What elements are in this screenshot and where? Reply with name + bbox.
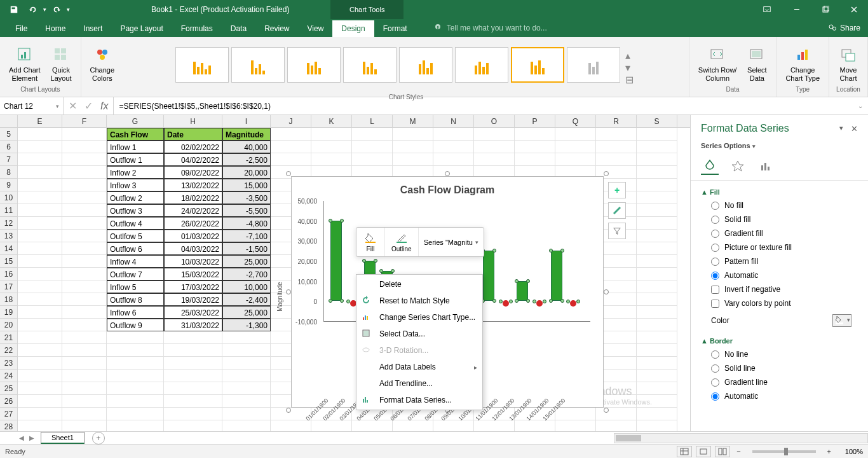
zoom-level[interactable]: 100% [837, 448, 863, 455]
cell-M6[interactable] [393, 141, 433, 153]
cell-E7[interactable] [18, 153, 62, 166]
select-data-button[interactable]: Select Data [743, 43, 771, 84]
cell-I18[interactable]: -2,400 [222, 293, 271, 306]
cell-E6[interactable] [18, 141, 62, 153]
formula-expand-icon[interactable]: ⌄ [853, 102, 868, 109]
undo-icon[interactable] [24, 2, 42, 17]
cell-E17[interactable] [18, 280, 62, 293]
gradient-line-radio[interactable] [711, 378, 719, 387]
cell-O28[interactable] [474, 420, 515, 431]
cell-N6[interactable] [433, 141, 474, 153]
chart-elements-button[interactable]: + [608, 182, 626, 198]
bar-13[interactable] [551, 251, 562, 301]
tab-design[interactable]: Design [332, 20, 374, 37]
row-header-15[interactable]: 15 [0, 255, 17, 268]
cell-J7[interactable] [271, 153, 311, 166]
cell-I11[interactable]: -5,500 [222, 204, 271, 217]
chart-style-4[interactable] [343, 47, 397, 83]
share-button[interactable]: Share [820, 19, 868, 37]
cell-I13[interactable]: -7,100 [222, 230, 271, 242]
cell-E26[interactable] [18, 395, 62, 408]
invert-negative-checkbox[interactable] [711, 286, 719, 294]
outline-button[interactable]: Outline [385, 228, 419, 256]
row-header-17[interactable]: 17 [0, 280, 17, 293]
cell-E22[interactable] [18, 344, 62, 357]
cell-P7[interactable] [515, 153, 555, 166]
cell-S21[interactable] [637, 331, 677, 344]
row-headers[interactable]: 5678910111213141516171819202122232425262… [0, 128, 18, 431]
row-header-24[interactable]: 24 [0, 370, 17, 382]
cell-E23[interactable] [18, 357, 62, 370]
cell-P28[interactable] [515, 420, 555, 431]
row-header-12[interactable]: 12 [0, 217, 17, 230]
cell-J28[interactable] [271, 420, 311, 431]
cell-I22[interactable] [222, 344, 271, 357]
cell-Q6[interactable] [555, 141, 596, 153]
gallery-up-arrow[interactable]: ▴ [625, 50, 634, 62]
cell-F18[interactable] [62, 293, 107, 306]
cell-S9[interactable] [637, 179, 677, 191]
cell-E5[interactable] [18, 128, 62, 141]
border-section-toggle[interactable]: ▲ Border [701, 335, 858, 347]
row-header-27[interactable]: 27 [0, 408, 17, 420]
cell-L28[interactable] [352, 420, 393, 431]
cell-F12[interactable] [62, 217, 107, 230]
cell-F15[interactable] [62, 255, 107, 268]
cell-S26[interactable] [637, 395, 677, 408]
cell-S27[interactable] [637, 408, 677, 420]
cell-O5[interactable] [474, 128, 515, 141]
prev-sheet-icon[interactable]: ◀ [19, 434, 24, 441]
column-header-L[interactable]: L [352, 115, 393, 127]
tell-me-search[interactable]: Tell me what you want to do... [429, 19, 551, 37]
column-header-K[interactable]: K [311, 115, 352, 127]
cell-S8[interactable] [637, 166, 677, 179]
negative-marker-12[interactable] [536, 300, 543, 307]
chart-style-2[interactable] [231, 47, 285, 83]
ctx-format-data-series[interactable]: Format Data Series... [356, 392, 482, 408]
fill-button[interactable]: Fill [356, 228, 385, 256]
no-line-radio[interactable] [711, 350, 719, 359]
row-header-19[interactable]: 19 [0, 306, 17, 319]
cell-G25[interactable] [107, 382, 164, 395]
gallery-down-arrow[interactable]: ▾ [625, 62, 634, 74]
quick-layout-button[interactable]: Quick Layout [47, 43, 76, 84]
cell-E14[interactable] [18, 242, 62, 255]
cell-H7[interactable]: 04/02/2022 [164, 153, 222, 166]
cell-H9[interactable]: 13/02/2022 [164, 179, 222, 191]
cell-H15[interactable]: 10/03/2022 [164, 255, 222, 268]
cell-G21[interactable] [107, 331, 164, 344]
cell-S22[interactable] [637, 344, 677, 357]
page-break-view-icon[interactable] [715, 446, 730, 457]
cell-F27[interactable] [62, 408, 107, 420]
column-header-H[interactable]: H [164, 115, 222, 127]
cell-E21[interactable] [18, 331, 62, 344]
cell-G27[interactable] [107, 408, 164, 420]
ribbon-options-icon[interactable] [758, 2, 776, 17]
cell-H25[interactable] [164, 382, 222, 395]
cell-F25[interactable] [62, 382, 107, 395]
cell-E20[interactable] [18, 319, 62, 331]
cell-H11[interactable]: 24/02/2022 [164, 204, 222, 217]
cell-I16[interactable]: -2,700 [222, 268, 271, 280]
cell-G6[interactable]: Inflow 1 [107, 141, 164, 153]
cell-E25[interactable] [18, 382, 62, 395]
column-header-R[interactable]: R [596, 115, 637, 127]
cell-H8[interactable]: 09/02/2022 [164, 166, 222, 179]
switch-row-column-button[interactable]: Switch Row/ Column [695, 43, 741, 84]
cell-H19[interactable]: 25/03/2022 [164, 306, 222, 319]
cell-H17[interactable]: 17/03/2022 [164, 280, 222, 293]
row-header-5[interactable]: 5 [0, 128, 17, 141]
row-header-20[interactable]: 20 [0, 319, 17, 331]
negative-marker-10[interactable] [503, 300, 509, 307]
cell-F10[interactable] [62, 191, 107, 204]
tab-data[interactable]: Data [222, 20, 255, 37]
cell-I14[interactable]: -1,500 [222, 242, 271, 255]
cell-F17[interactable] [62, 280, 107, 293]
series-options-tab-icon[interactable] [757, 157, 775, 175]
cell-H5[interactable]: Date [164, 128, 222, 141]
cell-H6[interactable]: 02/02/2022 [164, 141, 222, 153]
cell-J5[interactable] [271, 128, 311, 141]
cell-E9[interactable] [18, 179, 62, 191]
worksheet-grid[interactable]: EFGHIJKLMNOPQRS 567891011121314151617181… [0, 115, 690, 431]
column-header-S[interactable]: S [637, 115, 677, 127]
